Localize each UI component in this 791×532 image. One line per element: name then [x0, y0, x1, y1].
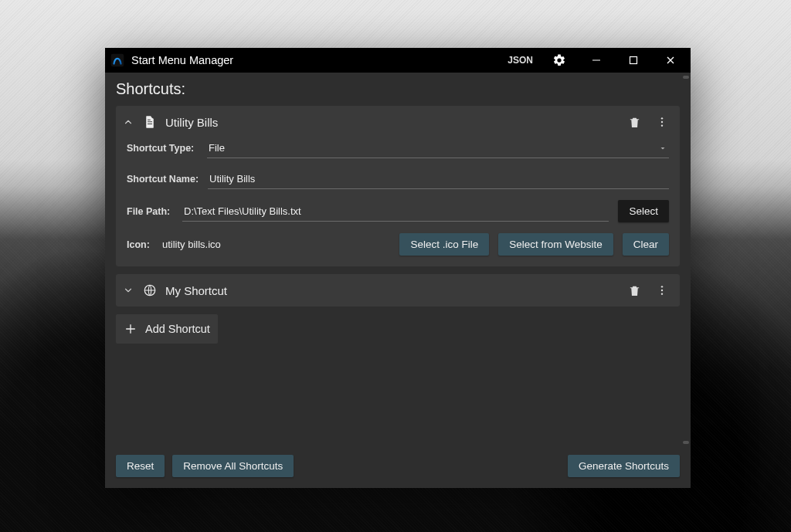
dots-vertical-icon — [656, 116, 668, 128]
window-title: Start Menu Manager — [131, 54, 497, 66]
dropdown-arrow-icon — [658, 144, 667, 153]
svg-point-5 — [661, 124, 663, 126]
content-area: Shortcuts: Utility Bills — [105, 73, 691, 447]
shortcut-name-input[interactable] — [208, 169, 669, 189]
shortcut-card: My Shortcut — [116, 274, 680, 307]
expand-toggle[interactable] — [122, 284, 134, 296]
shortcut-card-body: Shortcut Type: File Shortcut Name: File … — [116, 138, 680, 266]
more-button[interactable] — [652, 280, 672, 300]
dots-vertical-icon — [656, 284, 668, 296]
remove-all-button[interactable]: Remove All Shortcuts — [172, 455, 294, 477]
scroll-indicator-bottom — [683, 441, 689, 444]
more-button[interactable] — [652, 112, 672, 132]
file-path-label: File Path: — [127, 206, 173, 217]
reset-button[interactable]: Reset — [116, 455, 165, 477]
svg-rect-1 — [592, 60, 600, 61]
add-shortcut-button[interactable]: Add Shortcut — [116, 314, 218, 344]
settings-button[interactable] — [544, 49, 575, 71]
titlebar: Start Menu Manager JSON — [105, 48, 691, 73]
icon-value: utility bills.ico — [162, 239, 390, 250]
close-button[interactable] — [655, 49, 686, 71]
close-icon — [666, 56, 675, 65]
shortcut-name-row: Shortcut Name: — [127, 169, 669, 189]
select-web-button[interactable]: Select from Website — [498, 233, 613, 256]
maximize-button[interactable] — [618, 49, 649, 71]
shortcut-name-label: Shortcut Name: — [127, 174, 199, 185]
shortcut-card-header[interactable]: My Shortcut — [116, 274, 680, 307]
file-path-row: File Path: Select — [127, 200, 669, 222]
svg-point-7 — [661, 286, 663, 287]
delete-button[interactable] — [624, 112, 644, 132]
shortcut-card: Utility Bills Shortcut Type: File — [116, 106, 680, 266]
svg-rect-2 — [630, 57, 637, 64]
svg-point-8 — [661, 290, 663, 291]
svg-rect-0 — [111, 54, 124, 67]
shortcut-name-field[interactable] — [209, 173, 667, 185]
select-ico-button[interactable]: Select .ico File — [399, 233, 489, 256]
shortcut-card-header[interactable]: Utility Bills — [116, 106, 680, 138]
minimize-icon — [592, 56, 601, 65]
gear-icon — [552, 53, 566, 67]
select-path-button[interactable]: Select — [618, 200, 669, 222]
generate-button[interactable]: Generate Shortcuts — [568, 455, 680, 477]
chevron-up-icon — [123, 117, 134, 127]
trash-icon — [628, 284, 641, 297]
plus-icon — [124, 322, 137, 336]
icon-label: Icon: — [127, 239, 153, 250]
svg-point-9 — [661, 293, 663, 294]
shortcut-type-value: File — [209, 142, 225, 154]
file-path-field[interactable] — [184, 205, 607, 217]
shortcut-title: Utility Bills — [165, 116, 218, 129]
shortcut-type-label: Shortcut Type: — [127, 143, 198, 154]
file-path-input[interactable] — [182, 202, 609, 222]
globe-icon — [142, 283, 158, 298]
clear-icon-button[interactable]: Clear — [623, 233, 669, 256]
chevron-down-icon — [123, 285, 134, 296]
minimize-button[interactable] — [581, 49, 612, 71]
section-title: Shortcuts: — [116, 80, 680, 98]
maximize-icon — [629, 56, 638, 65]
svg-point-3 — [661, 117, 663, 119]
file-icon — [142, 114, 158, 130]
app-window: Start Menu Manager JSON Shortcuts: — [105, 48, 691, 488]
delete-button[interactable] — [624, 280, 644, 300]
add-shortcut-label: Add Shortcut — [145, 323, 210, 335]
icon-row: Icon: utility bills.ico Select .ico File… — [127, 233, 669, 256]
scroll-indicator-top — [683, 76, 689, 79]
svg-point-4 — [661, 121, 663, 123]
footer: Reset Remove All Shortcuts Generate Shor… — [105, 447, 691, 488]
shortcut-type-row: Shortcut Type: File — [127, 138, 669, 158]
app-icon — [110, 53, 125, 68]
shortcut-type-select[interactable]: File — [207, 138, 669, 158]
json-button[interactable]: JSON — [503, 52, 538, 69]
trash-icon — [628, 116, 641, 129]
collapse-toggle[interactable] — [122, 116, 134, 128]
shortcut-title: My Shortcut — [165, 284, 227, 297]
